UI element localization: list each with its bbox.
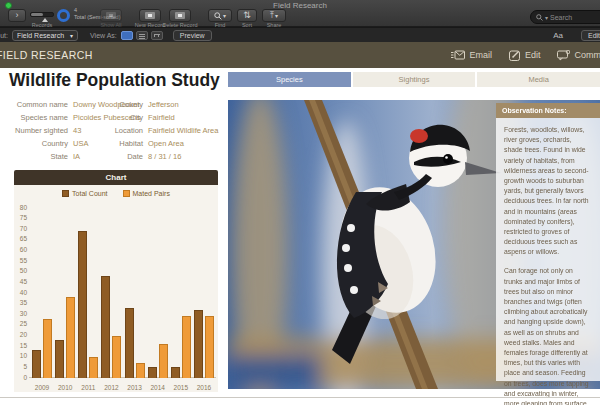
toolbar: Field Research › Records 4 Total (Semi-s… (0, 0, 600, 27)
field-value[interactable]: 43 (73, 126, 81, 135)
field-value[interactable]: USA (73, 139, 88, 148)
y-tick-label: 75 (20, 215, 27, 222)
edit-layout-button[interactable]: Edit Layout (581, 30, 600, 41)
delete-record-button[interactable] (169, 9, 191, 22)
caret-down-icon: ▾ (70, 32, 73, 39)
chart-body: Total CountMated Pairs 05101520253035404… (14, 185, 218, 392)
x-axis-label: 2016 (194, 384, 214, 391)
sort-button[interactable]: ⇅ (237, 9, 257, 22)
y-tick-label: 5 (23, 364, 27, 371)
search-icon (536, 14, 543, 21)
app-window: Field Research › Records 4 Total (Semi-s… (0, 0, 600, 405)
field-value[interactable]: IA (73, 152, 80, 161)
observation-notes-field[interactable]: Forests, woodlots, willows, river groves… (496, 118, 600, 405)
bar-mated-pairs (89, 357, 98, 378)
edit-button[interactable]: Edit (509, 50, 541, 61)
bar-group (148, 208, 168, 378)
bar-mated-pairs (112, 336, 121, 379)
y-tick-label: 20 (20, 332, 27, 339)
legend-label: Total Count (72, 190, 107, 197)
next-record-button[interactable]: › (8, 9, 26, 22)
view-table-button[interactable] (151, 31, 163, 40)
view-form-button[interactable] (121, 31, 133, 40)
bar-mated-pairs (182, 316, 191, 378)
field-label: Habitat (105, 139, 143, 148)
search-field[interactable]: ▾ (530, 10, 600, 24)
show-all-button[interactable] (100, 9, 122, 22)
y-tick-label: 15 (20, 343, 27, 350)
caret-down-icon: ▾ (223, 13, 226, 19)
preview-button[interactable]: Preview (173, 30, 212, 41)
field-value[interactable]: Fairfield (148, 113, 175, 122)
bar-mated-pairs (66, 297, 75, 378)
bar-total-count (101, 276, 110, 378)
field-label: County (105, 100, 143, 109)
view-list-button[interactable] (136, 31, 148, 40)
y-tick-label: 30 (20, 311, 27, 318)
layout-dropdown[interactable]: Field Research ▾ (12, 30, 78, 41)
tab-species[interactable]: Species (228, 72, 351, 87)
field-label: Country (0, 139, 68, 148)
found-set-pie-icon[interactable] (57, 9, 70, 22)
search-input[interactable] (550, 14, 600, 21)
x-axis-label: 2009 (32, 384, 52, 391)
comment-bubble-icon (557, 50, 570, 61)
tab-sightings[interactable]: Sightings (353, 72, 476, 87)
bar-total-count (148, 367, 157, 378)
bars-area (32, 208, 214, 378)
legend-swatch (62, 190, 69, 197)
bar-group (78, 208, 98, 378)
left-panel: Wildlife Population Study Common nameDow… (0, 68, 228, 397)
edit-pencil-icon (509, 50, 521, 61)
field-label: City (105, 113, 143, 122)
bar-total-count (55, 340, 64, 378)
new-record-button[interactable] (139, 9, 161, 22)
show-all-icon (106, 12, 116, 19)
y-tick-label: 10 (20, 354, 27, 361)
y-axis: 05101520253035404550556065707580 (14, 208, 29, 378)
bar-total-count (32, 350, 41, 378)
field-value[interactable]: 8 / 31 / 16 (148, 152, 181, 161)
email-button[interactable]: Email (451, 50, 492, 60)
delete-record-icon (175, 12, 185, 19)
email-icon (451, 50, 465, 60)
find-button[interactable]: ▾ (208, 9, 232, 22)
x-axis-label: 2011 (78, 384, 98, 391)
sort-icon: ⇅ (243, 11, 251, 20)
notes-paragraph: Forests, woodlots, willows, river groves… (504, 125, 592, 257)
bar-group (194, 208, 214, 378)
field-value[interactable]: Fairfield Wildlife Area (148, 126, 218, 135)
y-tick-label: 60 (20, 247, 27, 254)
layout-name: Field Research (17, 32, 64, 39)
chart: Chart Total CountMated Pairs 05101520253… (14, 170, 218, 392)
y-tick-label: 45 (20, 279, 27, 286)
legend-item: Total Count (62, 190, 107, 197)
formatting-bar-toggle[interactable]: Aa (553, 31, 563, 40)
share-icon: ⤒ (270, 11, 274, 20)
bar-mated-pairs (43, 319, 52, 379)
y-tick-label: 50 (20, 269, 27, 276)
legend-label: Mated Pairs (133, 190, 170, 197)
comments-button[interactable]: Comments (557, 50, 600, 61)
bar-group (125, 208, 145, 378)
y-tick-label: 25 (20, 322, 27, 329)
bar-total-count (171, 367, 180, 378)
field-value[interactable]: Jefferson (148, 100, 179, 109)
field-label: Number sighted (0, 126, 68, 135)
caret-down-icon: ▾ (545, 14, 548, 21)
new-record-icon (145, 12, 155, 19)
field-label: Date (105, 152, 143, 161)
tab-media[interactable]: Media (477, 72, 600, 87)
observation-notes-panel: Observation Notes: Forests, woodlots, wi… (496, 103, 600, 381)
record-slider[interactable] (30, 12, 54, 17)
record-slider-fill (31, 13, 43, 16)
bar-total-count (125, 308, 134, 378)
notes-paragraph: Can forage not only on trunks and major … (504, 266, 592, 405)
x-axis-labels: 20092010201120122013201420152016 (32, 384, 214, 391)
y-tick-label: 70 (20, 226, 27, 233)
share-button[interactable]: ⤒ ▾ (262, 9, 286, 22)
x-axis-label: 2015 (171, 384, 191, 391)
field-value[interactable]: Open Area (148, 139, 184, 148)
y-tick-label: 65 (20, 237, 27, 244)
view-as-label: View As: (90, 32, 117, 39)
